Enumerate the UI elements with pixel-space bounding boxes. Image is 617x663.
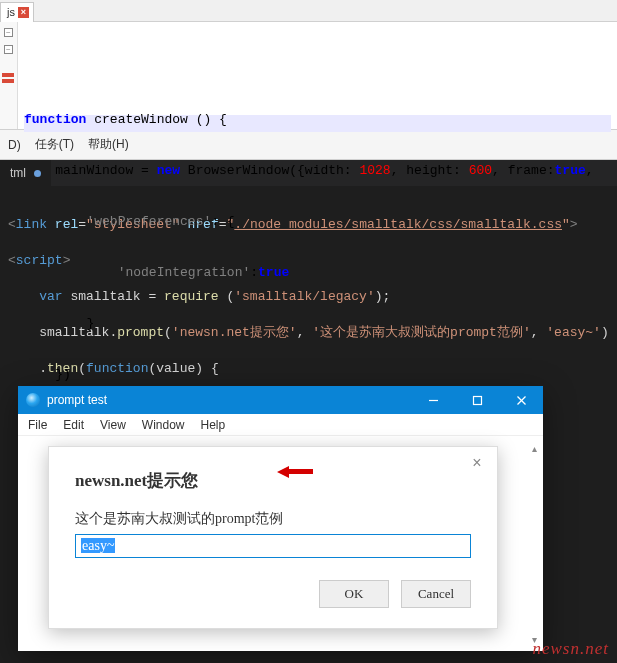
- window-title: prompt test: [47, 393, 411, 407]
- light-tab-strip: js ×: [0, 0, 617, 22]
- maximize-button[interactable]: [455, 386, 499, 414]
- ok-button[interactable]: OK: [319, 580, 389, 608]
- breakpoint-mark[interactable]: [2, 79, 14, 83]
- editor-tab-label: js: [7, 6, 15, 18]
- light-gutter: − −: [0, 22, 18, 129]
- annotation-arrow-icon: [271, 464, 315, 478]
- svg-rect-1: [473, 396, 481, 404]
- prompt-input-wrap: easy~: [75, 534, 471, 558]
- minimize-button[interactable]: [411, 386, 455, 414]
- light-code-lines: function createWindow () { mainWindow = …: [18, 22, 617, 129]
- prompt-window: prompt test File Edit View Window Help ▴…: [18, 386, 543, 651]
- prompt-input[interactable]: easy~: [75, 534, 471, 558]
- cancel-button[interactable]: Cancel: [401, 580, 471, 608]
- app-menu-help[interactable]: Help: [201, 418, 226, 432]
- close-icon[interactable]: ×: [18, 7, 29, 18]
- fold-icon[interactable]: −: [4, 45, 13, 54]
- editor-tab-js[interactable]: js ×: [0, 2, 34, 22]
- breakpoint-mark[interactable]: [2, 73, 14, 77]
- titlebar[interactable]: prompt test: [18, 386, 543, 414]
- scrollbar[interactable]: ▴ ▾: [527, 440, 541, 647]
- app-menu-window[interactable]: Window: [142, 418, 185, 432]
- scroll-up-icon[interactable]: ▴: [527, 440, 541, 456]
- dialog-button-row: OK Cancel: [75, 580, 471, 608]
- dialog-message: 这个是苏南大叔测试的prompt范例: [75, 510, 471, 528]
- light-code-area[interactable]: − − function createWindow () { mainWindo…: [0, 22, 617, 129]
- light-editor-pane: js × − − function createWindow () { main…: [0, 0, 617, 130]
- electron-app-icon: [26, 393, 40, 407]
- app-menubar: File Edit View Window Help: [18, 414, 543, 436]
- app-menu-edit[interactable]: Edit: [63, 418, 84, 432]
- app-menu-view[interactable]: View: [100, 418, 126, 432]
- close-button[interactable]: [499, 386, 543, 414]
- dialog-close-icon[interactable]: ×: [467, 453, 487, 473]
- watermark-text: newsn.net: [532, 639, 609, 659]
- app-menu-file[interactable]: File: [28, 418, 47, 432]
- menu-item[interactable]: D): [8, 138, 21, 152]
- fold-icon[interactable]: −: [4, 28, 13, 37]
